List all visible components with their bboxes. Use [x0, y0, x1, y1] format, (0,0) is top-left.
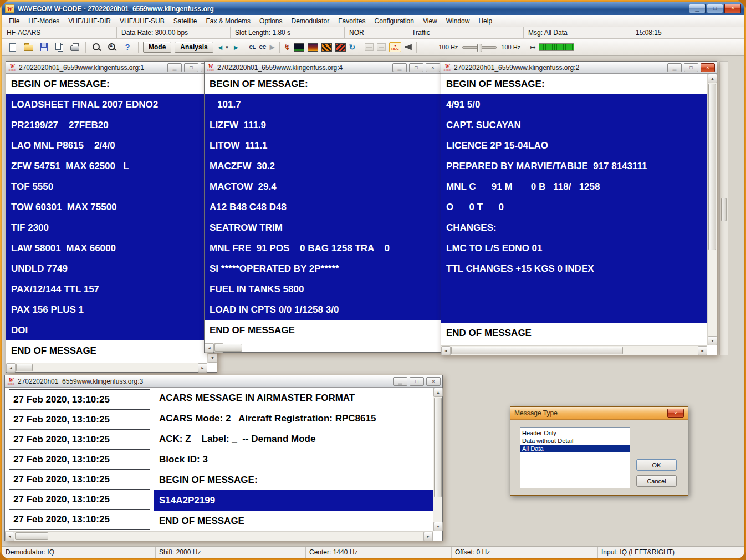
- scroll-down-icon[interactable]: ▼: [208, 353, 217, 363]
- new-file-button[interactable]: [7, 41, 19, 53]
- list-option-data-without-detail[interactable]: Data without Detail: [520, 437, 630, 445]
- acars-ack-line[interactable]: ACK: Z Label: _ -- Demand Mode: [154, 429, 433, 449]
- maximize-button[interactable]: □: [410, 377, 424, 386]
- scroll-right-icon[interactable]: ►: [698, 346, 707, 355]
- scroll-left-icon[interactable]: ◄: [6, 363, 16, 373]
- sonagram-display-icon[interactable]: [321, 43, 332, 52]
- timestamp-cell[interactable]: 27 Feb 2020, 13:10:25: [9, 429, 150, 450]
- ok-button[interactable]: OK: [636, 459, 677, 471]
- analysis-button[interactable]: Analysis: [175, 42, 213, 53]
- forward-icon[interactable]: ►: [233, 43, 240, 52]
- menu-view[interactable]: View: [418, 16, 442, 27]
- scroll-right-icon[interactable]: ►: [198, 363, 207, 373]
- back-icon[interactable]: ◄: [217, 43, 224, 52]
- horizontal-scrollbar[interactable]: ◄ ►: [205, 343, 223, 352]
- close-button[interactable]: ×: [426, 63, 440, 72]
- minimize-button[interactable]: ▁: [167, 63, 182, 72]
- child-window-4-titlebar[interactable]: WCODE 27022020h01_6559www.klingenfuss.or…: [205, 62, 442, 74]
- frequency-slider[interactable]: [462, 46, 497, 49]
- scroll-thumb[interactable]: [451, 347, 623, 354]
- clear-button[interactable]: CL: [249, 44, 256, 50]
- waterfall-display-icon[interactable]: [308, 43, 318, 52]
- menu-fax-modems[interactable]: Fax & Modems: [201, 16, 255, 27]
- scroll-track[interactable]: [14, 532, 423, 541]
- close-button[interactable]: ×: [724, 4, 741, 13]
- timestamp-cell[interactable]: 27 Feb 2020, 13:10:25: [9, 449, 150, 470]
- close-button[interactable]: ×: [426, 377, 441, 386]
- scroll-left-icon[interactable]: ◄: [5, 532, 14, 541]
- scroll-left-icon[interactable]: ◄: [441, 346, 451, 355]
- maximize-button[interactable]: □: [184, 63, 198, 72]
- timestamp-cell[interactable]: 27 Feb 2020, 13:10:25: [9, 489, 150, 510]
- horizontal-scrollbar[interactable]: ◄ ►: [6, 363, 207, 372]
- timestamp-cell[interactable]: 27 Feb 2020, 13:10:25: [9, 409, 150, 430]
- scroll-track[interactable]: [433, 397, 442, 522]
- scroll-right-icon[interactable]: ►: [423, 532, 433, 541]
- minimize-button[interactable]: ▁: [689, 4, 706, 13]
- chevron-down-icon[interactable]: ▼: [225, 45, 229, 50]
- scroll-left-icon[interactable]: ◄: [205, 343, 214, 353]
- timestamp-cell[interactable]: 27 Feb 2020, 13:10:25: [9, 509, 150, 530]
- trigger-icon[interactable]: ↯: [284, 43, 290, 52]
- menu-demodulator[interactable]: Demodulator: [287, 16, 334, 27]
- restart-icon[interactable]: ↻: [349, 43, 356, 52]
- vertical-scrollbar[interactable]: ▲ ▼: [707, 74, 717, 345]
- message-type-listbox[interactable]: Header Only Data without Detail All Data: [520, 427, 630, 488]
- acars-header-line[interactable]: ACARS MESSAGE IN AIRMASTER FORMAT: [154, 388, 433, 408]
- record-button[interactable]: ●REC: [389, 42, 401, 52]
- minimize-button[interactable]: ▁: [392, 63, 407, 72]
- menu-vhf-uhf-dir[interactable]: VHF/UHF-DIR: [64, 16, 115, 27]
- dialog-close-button[interactable]: ×: [667, 409, 684, 418]
- open-file-button[interactable]: [22, 41, 34, 53]
- slider-thumb[interactable]: [477, 44, 482, 52]
- child-window-2-titlebar[interactable]: WCODE 27022020h01_6559www.klingenfuss.or…: [441, 62, 717, 74]
- menu-hf-modes[interactable]: HF-Modes: [24, 16, 64, 27]
- list-option-all-data[interactable]: All Data: [520, 445, 630, 452]
- list-option-header-only[interactable]: Header Only: [520, 429, 630, 437]
- horizontal-scrollbar[interactable]: ◄ ►: [5, 531, 433, 541]
- print-button[interactable]: [69, 41, 81, 53]
- scroll-up-icon[interactable]: ▲: [433, 388, 443, 397]
- speaker-icon[interactable]: [405, 44, 412, 50]
- dialog-titlebar[interactable]: Message Type ×: [510, 407, 688, 420]
- tuning-icon[interactable]: ↦: [530, 43, 535, 51]
- fft-display-icon[interactable]: [294, 43, 304, 52]
- scroll-track[interactable]: [708, 83, 717, 336]
- save-button[interactable]: [38, 41, 50, 53]
- scroll-thumb[interactable]: [15, 532, 48, 540]
- vertical-scrollbar[interactable]: ▲ ▼: [433, 388, 442, 531]
- begin-of-message[interactable]: BEGIN OF MESSAGE:: [154, 470, 433, 490]
- menu-help[interactable]: Help: [474, 16, 497, 27]
- timestamp-cell[interactable]: 27 Feb 2020, 13:10:25: [9, 469, 150, 490]
- maximize-button[interactable]: □: [409, 63, 423, 72]
- start-icon[interactable]: ▶: [269, 43, 274, 51]
- horizontal-scrollbar[interactable]: ◄ ►: [441, 345, 707, 355]
- copy-button[interactable]: [53, 41, 65, 53]
- menu-vhf-uhf-sub[interactable]: VHF/UHF-SUB: [115, 16, 169, 27]
- selected-message-line[interactable]: S14A2P2199: [154, 490, 433, 511]
- scroll-up-icon[interactable]: ▲: [708, 74, 717, 83]
- scroll-thumb[interactable]: [16, 364, 33, 371]
- menu-window[interactable]: Window: [442, 16, 474, 27]
- menu-file[interactable]: File: [4, 16, 24, 27]
- menu-satellite[interactable]: Satellite: [169, 16, 202, 27]
- workspace-vertical-scrollbar[interactable]: [719, 61, 728, 355]
- child-window-3-titlebar[interactable]: WCODE 27022020h01_6559www.klingenfuss.or…: [5, 375, 442, 388]
- app-titlebar[interactable]: W WAVECOM W-CODE - 27022020h01_6559www.k…: [2, 2, 744, 15]
- scroll-track[interactable]: [16, 363, 198, 372]
- scroll-thumb[interactable]: [434, 398, 442, 497]
- help-button[interactable]: ?: [121, 41, 134, 53]
- scroll-thumb[interactable]: [214, 344, 242, 352]
- cancel-button[interactable]: Cancel: [636, 475, 677, 487]
- minimize-button[interactable]: ▁: [667, 63, 682, 72]
- acars-mode-line[interactable]: ACARS Mode: 2 Aircraft Registration: RPC…: [154, 408, 433, 429]
- scroll-thumb[interactable]: [708, 84, 716, 250]
- menu-options[interactable]: Options: [255, 16, 287, 27]
- timestamp-cell[interactable]: 27 Feb 2020, 13:10:25: [9, 389, 150, 410]
- maximize-button[interactable]: □: [684, 63, 698, 72]
- clear-all-button[interactable]: CC: [259, 44, 266, 50]
- scroll-track[interactable]: [451, 346, 698, 355]
- minimize-button[interactable]: ▁: [393, 377, 407, 386]
- acars-block-id-line[interactable]: Block ID: 3: [154, 449, 433, 470]
- close-button[interactable]: ×: [701, 63, 715, 72]
